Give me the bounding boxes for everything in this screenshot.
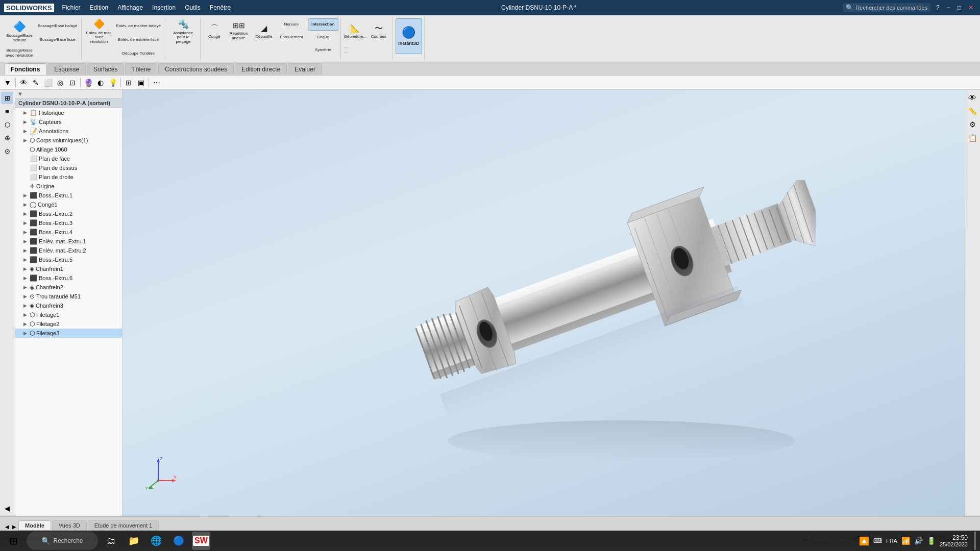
intersection-btn[interactable]: Intersection (308, 18, 338, 31)
conge-btn[interactable]: ⌒ Congé (204, 18, 225, 44)
sidebar-resize-handle[interactable] (119, 90, 122, 516)
tab-evaluer[interactable]: Evaluer (288, 63, 322, 75)
tab-fonctions[interactable]: Fonctions (4, 63, 46, 75)
tree-item-origine[interactable]: ▶ ✛ Origine (15, 182, 122, 191)
side-tab-plus[interactable]: ⊕ (1, 132, 13, 144)
tree-item-boss-extru2[interactable]: ▶ ⬛ Boss.-Extru.2 (15, 209, 122, 218)
tree-item-boss-extru1[interactable]: ▶ ⬛ Boss.-Extru.1 (15, 191, 122, 200)
bossage-base-revolution-btn[interactable]: Bossage/Base avec révolution (4, 46, 35, 60)
taskbar-clock[interactable]: 23:50 25/02/2023 (940, 534, 968, 547)
tree-item-boss-extru6[interactable]: ▶ ⬛ Boss.-Extru.6 (15, 273, 122, 283)
depouille-btn[interactable]: ◢ Dépouille (253, 18, 275, 44)
view-more-icon[interactable]: ⋯ (151, 77, 162, 88)
tree-item-historique[interactable]: ▶ 📋 Historique (15, 108, 122, 117)
geometrie-btn[interactable]: 📐 Géométrie... (344, 18, 366, 44)
view-normal-icon[interactable]: 👁 (18, 77, 29, 88)
right-tab-task[interactable]: 📋 (966, 132, 978, 144)
decoupe-frontiere-btn[interactable]: Découpe frontière (114, 47, 162, 60)
tree-item-filetage1[interactable]: ▶ ⬡ Filetage1 (15, 310, 122, 319)
tab-surfaces[interactable]: Surfaces (87, 63, 124, 75)
system-lang-label[interactable]: FRA (886, 538, 897, 544)
view-hide-icon[interactable]: ⊡ (67, 77, 78, 88)
taskbar-edge-btn[interactable]: 🌐 (147, 532, 165, 550)
close-button[interactable]: ✕ (966, 3, 976, 12)
tree-item-annotations[interactable]: ▶ 📝 Annotations (15, 127, 122, 136)
view-perspective-icon[interactable]: ▣ (135, 77, 146, 88)
tree-item-chanfrein3[interactable]: ▶ ◈ Chanfrein3 (15, 301, 122, 310)
maximize-button[interactable]: □ (955, 3, 964, 12)
bossage-base-extrude-btn[interactable]: 🔷 Bossage/Base extrudé (4, 18, 35, 45)
3d-viewport[interactable]: Z X Y (122, 90, 965, 516)
enlevement-balaye-btn[interactable]: Enlév. de matière balayé (114, 19, 162, 33)
side-tab-circle[interactable]: ⊙ (1, 145, 13, 157)
menu-fichier[interactable]: Fichier (58, 3, 85, 12)
menu-affichage[interactable]: Affichage (113, 3, 147, 12)
menu-edition[interactable]: Edition (86, 3, 113, 12)
tree-item-chanfrein2[interactable]: ▶ ◈ Chanfrein2 (15, 283, 122, 292)
nervure-btn[interactable]: Nervure (276, 18, 307, 31)
view-shadow-icon[interactable]: ◐ (95, 77, 106, 88)
menu-outils[interactable]: Outils (181, 3, 205, 12)
enlevement-btn[interactable]: 🔶 Enlèv. de mat.avec révolution (85, 18, 113, 45)
side-tab-collapse[interactable]: ◀ (1, 502, 13, 514)
bossage-balaye-btn[interactable]: Bossage/Base balayé (36, 19, 79, 33)
tree-item-boss-extru4[interactable]: ▶ ⬛ Boss.-Extru.4 (15, 228, 122, 237)
coque-btn[interactable]: Coque (308, 31, 338, 43)
tab-constructions-soudees[interactable]: Constructions soudées (158, 63, 234, 75)
enroulement-btn[interactable]: Enroulement (276, 31, 307, 43)
tree-item-plan-face[interactable]: ▶ ⬜ Plan de face (15, 154, 122, 163)
taskbar-files-btn[interactable]: 📁 (125, 532, 143, 550)
right-tab-measure[interactable]: 📏 (966, 105, 978, 117)
tree-item-chanfrein1[interactable]: ▶ ◈ Chanfrein1 (15, 264, 122, 273)
right-tab-custom[interactable]: ⚙ (966, 118, 978, 131)
tree-item-enlev-mat-extru2[interactable]: ▶ ⬛ Enlèv. mat.-Extru.2 (15, 246, 122, 255)
taskbar-chrome-btn[interactable]: 🔵 (169, 532, 188, 550)
symetrie-btn[interactable]: Symétrie (308, 44, 338, 56)
right-tab-appearance[interactable]: 👁 (966, 92, 978, 104)
tree-item-filetage3[interactable]: ▶ ⬡ Filetage3 (15, 329, 122, 338)
tree-item-boss-extru5[interactable]: ▶ ⬛ Boss.-Extru.5 (15, 255, 122, 264)
tree-item-filetage2[interactable]: ▶ ⬡ Filetage2 (15, 319, 122, 329)
tree-item-corps[interactable]: ▶ ⬡ Corps volumiques(1) (15, 136, 122, 145)
prev-tab-btn[interactable]: ◀ (4, 523, 10, 531)
tree-item-enlev-mat-extru1[interactable]: ▶ ⬛ Enlèv. mat.-Extru.1 (15, 237, 122, 246)
menu-fenetre[interactable]: Fenêtre (206, 3, 235, 12)
minimize-button[interactable]: − (944, 3, 953, 12)
bottom-tab-etude-mouvement[interactable]: Etude de mouvement 1 (88, 520, 159, 531)
view-display-icon[interactable]: ⬜ (42, 77, 54, 88)
show-desktop-btn[interactable] (974, 532, 976, 550)
view-section-icon[interactable]: ◎ (55, 77, 66, 88)
search-input-label[interactable]: Rechercher des commandes (855, 5, 927, 11)
tray-expand-icon[interactable]: 🔼 (859, 536, 869, 546)
side-tab-config[interactable]: ⬡ (1, 118, 13, 131)
bottom-tab-modele[interactable]: Modèle (18, 520, 51, 531)
help-icon[interactable]: ? (934, 3, 942, 12)
tree-item-conge1[interactable]: ▶ ◯ Congé1 (15, 200, 122, 209)
tab-tolerie[interactable]: Tôlerie (125, 63, 157, 75)
filter-icon[interactable]: ▼ (17, 91, 23, 97)
tree-item-plan-droite[interactable]: ▶ ⬜ Plan de droite (15, 172, 122, 182)
menu-insertion[interactable]: Insertion (148, 3, 180, 12)
bossage-lisse-btn[interactable]: Bossage/Base lissé (36, 33, 79, 46)
next-tab-btn[interactable]: ▶ (11, 523, 17, 531)
repetition-lineaire-btn[interactable]: ⊞⊞ Répétition linéaire (226, 18, 252, 44)
view-realistic-icon[interactable]: 🔮 (83, 77, 94, 88)
sound-sys-icon[interactable]: 🔊 (914, 537, 923, 545)
search-taskbar-btn[interactable]: 🔍 Recherche (27, 532, 98, 550)
side-tab-list[interactable]: ≡ (1, 105, 13, 117)
taskbar-explorer-btn[interactable]: 🗂 (102, 532, 120, 550)
tab-esquisse[interactable]: Esquisse (47, 63, 86, 75)
tree-item-trou-taraude[interactable]: ▶ ⊙ Trou taraudé M51 (15, 292, 122, 301)
keyboard-layout-icon[interactable]: ⌨ (873, 537, 882, 544)
instant3d-btn[interactable]: 🔵 Instant3D (396, 18, 422, 54)
bottom-tab-vues3d[interactable]: Vues 3D (52, 520, 87, 531)
tree-item-plan-dessus[interactable]: ▶ ⬜ Plan de dessus (15, 163, 122, 172)
wifi-sys-icon[interactable]: 📶 (901, 537, 910, 545)
enlevement-lisse-btn[interactable]: Enlév. de matière lissé (114, 33, 162, 46)
taskbar-sw-btn[interactable]: SW (192, 532, 210, 550)
view-lights-icon[interactable]: 💡 (107, 77, 118, 88)
side-tab-features[interactable]: ⊞ (1, 92, 13, 104)
view-sketch-icon[interactable]: ✎ (30, 77, 41, 88)
battery-sys-icon[interactable]: 🔋 (927, 537, 936, 545)
tab-edition-directe[interactable]: Edition directe (235, 63, 287, 75)
